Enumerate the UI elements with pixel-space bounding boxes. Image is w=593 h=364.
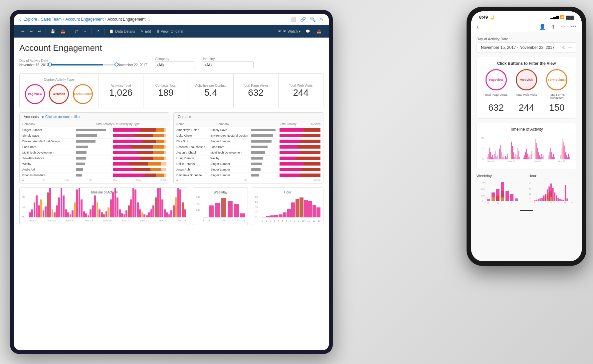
webvisit-button[interactable]: WebVisit [49, 84, 69, 104]
share-icon[interactable]: 🔗 [300, 17, 306, 22]
favorite-icon[interactable]: ☆ [147, 17, 151, 22]
status-icons: ▂▄▆ 📶 ▓▓▓ [550, 15, 574, 19]
toolbar-sep-2 [70, 28, 70, 35]
svg-text:15: 15 [557, 202, 559, 203]
phone-person-icon[interactable]: 👤 [539, 24, 546, 30]
table-row: Singer Lumber [20, 127, 169, 133]
industry-filter-group: Industry [203, 57, 254, 68]
search-icon[interactable]: 🔍 [310, 17, 315, 22]
account-filter-link[interactable]: ★ Click an account to filter [41, 115, 81, 119]
nav-action-icons: ⬜ 🔗 🔍 ✎ [291, 17, 323, 22]
phone-webvisit-button[interactable]: WebVisit [516, 69, 537, 90]
svg-rect-126 [548, 192, 550, 201]
export-button[interactable]: 📤 [59, 28, 67, 35]
phone-date-icon2[interactable]: — [568, 45, 572, 50]
svg-rect-68 [563, 142, 564, 159]
status-time: 8:49 🌙 [479, 15, 494, 20]
comment-button[interactable]: 💬 [303, 28, 312, 35]
col-company2-header: Company [216, 122, 264, 126]
svg-rect-6 [488, 157, 488, 159]
edit-toolbar-button[interactable]: ✎ Edit [138, 28, 153, 35]
tables-row: Accounts ★ Click an account to filter Co… [19, 112, 323, 183]
tablet-icon[interactable]: ⬜ [291, 17, 296, 22]
svg-rect-66 [562, 145, 562, 159]
phone-nav: ‹ 👤 ⬆ ☆ ••• [471, 21, 582, 33]
table-row: Ausonia Chaplin Multi Tech Development [174, 150, 323, 156]
breadcrumb-sales-team[interactable]: Sales Team [41, 17, 62, 22]
svg-rect-37 [523, 158, 524, 159]
view-button[interactable]: ⊞ View: Original [154, 28, 185, 35]
charts-row: Timeline of Activity 20 10 0 Nov 15 Nov … [19, 187, 323, 225]
phone-circles-row: PageView WebVisit FormSubmit [481, 69, 572, 90]
watch-button[interactable]: 👁 👁 Watch ▾ [278, 29, 301, 34]
tableau-toolbar: ↩ ↪ ↩ 💾 📤 ⇄ → ↺ 📋 Data Details ✎ Edit ⊞ … [14, 25, 329, 38]
data-details-button[interactable]: 📋 Data Details [107, 28, 137, 35]
dashboard-content: Account Engagement Day of Activity Date … [14, 38, 329, 350]
industry-input[interactable] [203, 61, 254, 68]
edit-icon[interactable]: ✎ [319, 17, 323, 22]
total-web-visits-value: 244 [293, 87, 309, 98]
phone-more-icon[interactable]: ••• [571, 24, 576, 30]
phone-share-icon[interactable]: ⬆ [551, 24, 555, 30]
activity-type-buttons: PageView WebVisit FormSubmit [25, 84, 93, 104]
svg-rect-23 [504, 158, 504, 160]
table-row: Audio Aid [20, 167, 169, 173]
hour-title: Hour [255, 190, 320, 194]
company-select[interactable]: (All) [155, 61, 195, 68]
phone-label-pageviews: Total Page Views [484, 93, 508, 100]
phone-date-icon1[interactable]: ⊙ [562, 45, 565, 50]
table-row: Environ Architectural Design [20, 139, 169, 144]
hour-bars [262, 195, 320, 217]
svg-rect-11 [492, 155, 493, 159]
toolbar-sep-1 [46, 28, 46, 35]
svg-rect-69 [564, 146, 565, 159]
phone-formsubmit-button[interactable]: FormSubmit [546, 69, 567, 90]
svg-rect-36 [519, 157, 520, 159]
svg-rect-20 [501, 152, 501, 159]
svg-rect-117 [539, 198, 541, 201]
svg-rect-64 [560, 155, 560, 159]
refresh-button[interactable]: ↺ [95, 28, 101, 35]
svg-rect-8 [490, 148, 490, 159]
breadcrumb-explore[interactable]: Explore [24, 17, 37, 22]
phone-star-icon[interactable]: ☆ [561, 24, 565, 30]
timeline-panel: Timeline of Activity 20 10 0 Nov 15 Nov … [19, 187, 189, 225]
slider-handle-left[interactable] [48, 62, 52, 66]
formsubmit-button[interactable]: FormSubmit [73, 84, 93, 104]
svg-text:20: 20 [529, 197, 531, 199]
col-company-header: Company [22, 122, 76, 126]
swap-button[interactable]: ⇄ [73, 28, 80, 35]
undo2-button[interactable]: ↩ [36, 28, 43, 35]
svg-rect-39 [525, 152, 526, 159]
table-row: Anais Aubin Singer Lumber [174, 167, 323, 173]
table-row: Hung Damon Wellby [174, 156, 323, 161]
redo-button[interactable]: ↪ [28, 28, 35, 35]
breadcrumb-current: Account Engagement [107, 17, 146, 22]
svg-rect-97 [501, 197, 504, 201]
phone-val-forms: 150 [549, 102, 565, 113]
svg-rect-132 [556, 195, 557, 201]
svg-rect-41 [527, 154, 528, 159]
svg-rect-114 [534, 200, 536, 201]
save-button[interactable]: 💾 [49, 28, 57, 35]
breadcrumb-account-engagement-link[interactable]: Account Engagement [66, 17, 104, 22]
date-slider[interactable] [50, 64, 116, 65]
date-start: November 15, 2017 [19, 63, 49, 67]
nav-back-button[interactable]: ‹ [19, 17, 21, 22]
toolbar-sep-3 [92, 28, 92, 35]
svg-rect-58 [549, 152, 550, 159]
eye-icon: 👁 [278, 29, 282, 33]
phone-timeline-section: Timeline of Activity 20 10 0 [477, 123, 576, 170]
share-toolbar-button[interactable]: 📤 [315, 28, 323, 35]
slider-handle-right[interactable] [114, 62, 118, 66]
arrow-button[interactable]: → [81, 28, 89, 34]
phone-hour-chart: Hour 80 60 40 20 0 [528, 174, 576, 207]
phone-back-button[interactable]: ‹ [477, 23, 479, 31]
svg-rect-16 [496, 158, 497, 159]
table-row: Simply Save [20, 133, 169, 139]
undo-button[interactable]: ↩ [19, 28, 26, 35]
pageview-button[interactable]: PageView [25, 84, 45, 104]
phone-pageview-button[interactable]: PageView [486, 69, 507, 90]
accounts-title: Accounts [24, 115, 39, 119]
svg-rect-65 [561, 149, 561, 159]
